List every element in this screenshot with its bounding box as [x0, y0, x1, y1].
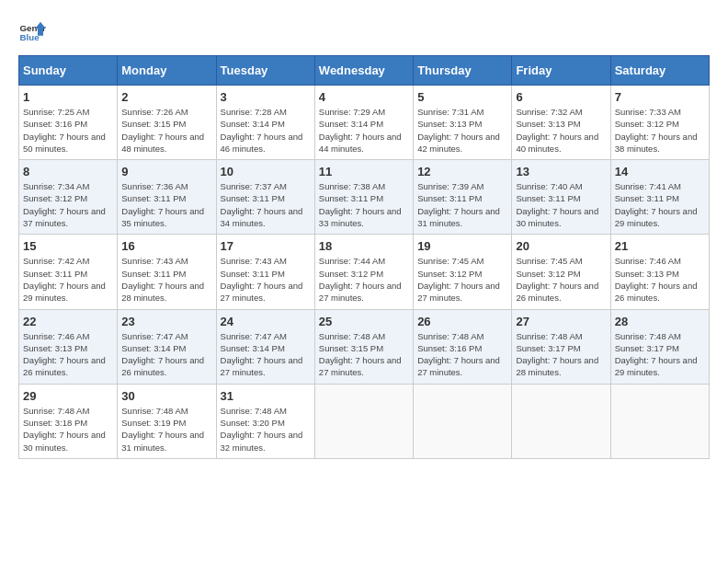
cell-details: Sunrise: 7:48 AMSunset: 3:16 PMDaylight:… — [417, 330, 507, 379]
table-row: 9Sunrise: 7:36 AMSunset: 3:11 PMDaylight… — [118, 160, 216, 235]
day-number: 27 — [516, 315, 606, 328]
cell-details: Sunrise: 7:43 AMSunset: 3:11 PMDaylight:… — [121, 255, 211, 304]
day-number: 4 — [319, 90, 409, 104]
day-number: 19 — [417, 239, 507, 253]
cell-details: Sunrise: 7:48 AMSunset: 3:17 PMDaylight:… — [516, 330, 606, 379]
cell-details: Sunrise: 7:29 AMSunset: 3:14 PMDaylight:… — [319, 106, 409, 155]
day-number: 20 — [516, 239, 606, 253]
cell-details: Sunrise: 7:40 AMSunset: 3:11 PMDaylight:… — [516, 180, 606, 229]
header: General Blue — [18, 18, 710, 46]
cell-details: Sunrise: 7:39 AMSunset: 3:11 PMDaylight:… — [417, 180, 507, 229]
cell-details: Sunrise: 7:43 AMSunset: 3:11 PMDaylight:… — [221, 255, 311, 304]
day-number: 2 — [121, 90, 211, 104]
day-number: 21 — [615, 239, 705, 253]
logo: General Blue — [18, 18, 46, 46]
table-row: 14Sunrise: 7:41 AMSunset: 3:11 PMDayligh… — [610, 160, 709, 235]
cell-details: Sunrise: 7:47 AMSunset: 3:14 PMDaylight:… — [221, 330, 311, 379]
cell-details: Sunrise: 7:33 AMSunset: 3:12 PMDaylight:… — [615, 106, 705, 155]
cell-details: Sunrise: 7:47 AMSunset: 3:14 PMDaylight:… — [121, 330, 211, 379]
cell-details: Sunrise: 7:42 AMSunset: 3:11 PMDaylight:… — [23, 255, 113, 304]
table-row: 2Sunrise: 7:26 AMSunset: 3:15 PMDaylight… — [118, 86, 216, 160]
svg-text:Blue: Blue — [20, 32, 40, 42]
table-row: 27Sunrise: 7:48 AMSunset: 3:17 PMDayligh… — [512, 309, 610, 384]
cell-details: Sunrise: 7:32 AMSunset: 3:13 PMDaylight:… — [516, 106, 606, 155]
table-row: 12Sunrise: 7:39 AMSunset: 3:11 PMDayligh… — [414, 160, 512, 235]
week-row-1: 1Sunrise: 7:25 AMSunset: 3:16 PMDaylight… — [19, 86, 710, 160]
cell-details: Sunrise: 7:25 AMSunset: 3:16 PMDaylight:… — [23, 106, 113, 155]
cell-details: Sunrise: 7:48 AMSunset: 3:20 PMDaylight:… — [221, 405, 311, 454]
calendar-table: SundayMondayTuesdayWednesdayThursdayFrid… — [18, 55, 710, 459]
day-number: 1 — [23, 90, 113, 104]
table-row: 10Sunrise: 7:37 AMSunset: 3:11 PMDayligh… — [216, 160, 314, 235]
table-row: 7Sunrise: 7:33 AMSunset: 3:12 PMDaylight… — [610, 86, 709, 160]
table-row: 8Sunrise: 7:34 AMSunset: 3:12 PMDaylight… — [19, 160, 118, 235]
table-row: 11Sunrise: 7:38 AMSunset: 3:11 PMDayligh… — [314, 160, 413, 235]
day-number: 18 — [319, 239, 409, 253]
day-header-thursday: Thursday — [414, 56, 512, 86]
cell-details: Sunrise: 7:31 AMSunset: 3:13 PMDaylight:… — [417, 106, 507, 155]
day-number: 23 — [121, 315, 211, 328]
day-header-monday: Monday — [118, 56, 216, 86]
table-row: 15Sunrise: 7:42 AMSunset: 3:11 PMDayligh… — [19, 235, 118, 309]
table-row: 25Sunrise: 7:48 AMSunset: 3:15 PMDayligh… — [314, 309, 413, 384]
day-header-sunday: Sunday — [19, 56, 118, 86]
table-row: 23Sunrise: 7:47 AMSunset: 3:14 PMDayligh… — [118, 309, 216, 384]
cell-details: Sunrise: 7:37 AMSunset: 3:11 PMDaylight:… — [221, 180, 311, 229]
cell-details: Sunrise: 7:26 AMSunset: 3:15 PMDaylight:… — [121, 106, 211, 155]
day-number: 8 — [23, 165, 113, 178]
day-number: 16 — [121, 239, 211, 253]
table-row: 29Sunrise: 7:48 AMSunset: 3:18 PMDayligh… — [19, 384, 118, 458]
table-row: 1Sunrise: 7:25 AMSunset: 3:16 PMDaylight… — [19, 86, 118, 160]
day-number: 14 — [615, 165, 705, 178]
cell-details: Sunrise: 7:48 AMSunset: 3:18 PMDaylight:… — [23, 405, 113, 454]
table-row: 13Sunrise: 7:40 AMSunset: 3:11 PMDayligh… — [512, 160, 610, 235]
day-header-tuesday: Tuesday — [216, 56, 314, 86]
cell-details: Sunrise: 7:34 AMSunset: 3:12 PMDaylight:… — [23, 180, 113, 229]
table-row: 24Sunrise: 7:47 AMSunset: 3:14 PMDayligh… — [216, 309, 314, 384]
week-row-2: 8Sunrise: 7:34 AMSunset: 3:12 PMDaylight… — [19, 160, 710, 235]
table-row: 3Sunrise: 7:28 AMSunset: 3:14 PMDaylight… — [216, 86, 314, 160]
day-number: 5 — [417, 90, 507, 104]
table-row: 16Sunrise: 7:43 AMSunset: 3:11 PMDayligh… — [118, 235, 216, 309]
cell-details: Sunrise: 7:36 AMSunset: 3:11 PMDaylight:… — [121, 180, 211, 229]
week-row-4: 22Sunrise: 7:46 AMSunset: 3:13 PMDayligh… — [19, 309, 710, 384]
day-number: 10 — [221, 165, 311, 178]
day-number: 29 — [23, 389, 113, 403]
day-number: 30 — [121, 389, 211, 403]
week-row-3: 15Sunrise: 7:42 AMSunset: 3:11 PMDayligh… — [19, 235, 710, 309]
table-row: 30Sunrise: 7:48 AMSunset: 3:19 PMDayligh… — [118, 384, 216, 458]
table-row: 18Sunrise: 7:44 AMSunset: 3:12 PMDayligh… — [314, 235, 413, 309]
table-row — [610, 384, 709, 458]
table-row: 17Sunrise: 7:43 AMSunset: 3:11 PMDayligh… — [216, 235, 314, 309]
day-number: 24 — [221, 315, 311, 328]
table-row: 5Sunrise: 7:31 AMSunset: 3:13 PMDaylight… — [414, 86, 512, 160]
day-number: 25 — [319, 315, 409, 328]
week-row-5: 29Sunrise: 7:48 AMSunset: 3:18 PMDayligh… — [19, 384, 710, 458]
table-row: 20Sunrise: 7:45 AMSunset: 3:12 PMDayligh… — [512, 235, 610, 309]
cell-details: Sunrise: 7:46 AMSunset: 3:13 PMDaylight:… — [23, 330, 113, 379]
day-number: 17 — [221, 239, 311, 253]
day-header-friday: Friday — [512, 56, 610, 86]
day-number: 11 — [319, 165, 409, 178]
logo-icon: General Blue — [18, 18, 46, 46]
cell-details: Sunrise: 7:38 AMSunset: 3:11 PMDaylight:… — [319, 180, 409, 229]
table-row: 4Sunrise: 7:29 AMSunset: 3:14 PMDaylight… — [314, 86, 413, 160]
cell-details: Sunrise: 7:48 AMSunset: 3:15 PMDaylight:… — [319, 330, 409, 379]
table-row: 26Sunrise: 7:48 AMSunset: 3:16 PMDayligh… — [414, 309, 512, 384]
day-number: 12 — [417, 165, 507, 178]
cell-details: Sunrise: 7:45 AMSunset: 3:12 PMDaylight:… — [516, 255, 606, 304]
day-header-wednesday: Wednesday — [314, 56, 413, 86]
cell-details: Sunrise: 7:48 AMSunset: 3:19 PMDaylight:… — [121, 405, 211, 454]
table-row — [314, 384, 413, 458]
day-number: 15 — [23, 239, 113, 253]
day-number: 13 — [516, 165, 606, 178]
table-row: 19Sunrise: 7:45 AMSunset: 3:12 PMDayligh… — [414, 235, 512, 309]
day-number: 22 — [23, 315, 113, 328]
table-row: 28Sunrise: 7:48 AMSunset: 3:17 PMDayligh… — [610, 309, 709, 384]
cell-details: Sunrise: 7:28 AMSunset: 3:14 PMDaylight:… — [221, 106, 311, 155]
header-row: SundayMondayTuesdayWednesdayThursdayFrid… — [19, 56, 710, 86]
day-number: 9 — [121, 165, 211, 178]
table-row — [414, 384, 512, 458]
cell-details: Sunrise: 7:45 AMSunset: 3:12 PMDaylight:… — [417, 255, 507, 304]
day-number: 26 — [417, 315, 507, 328]
